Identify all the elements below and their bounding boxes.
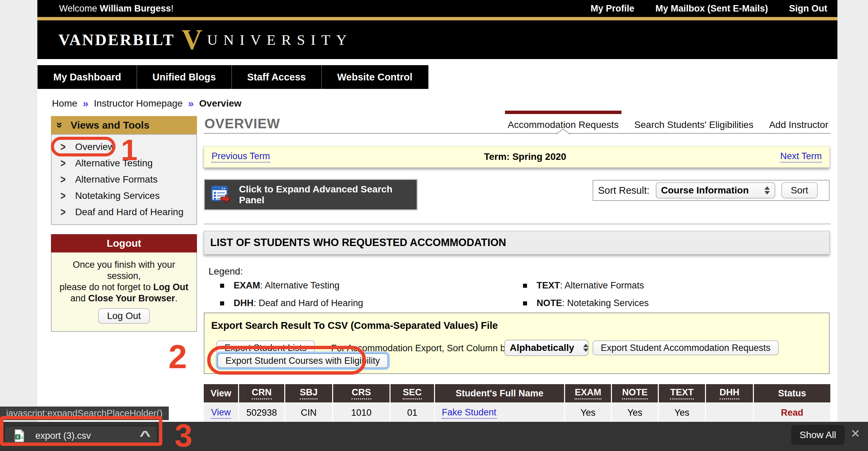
cell-note: Yes bbox=[612, 402, 659, 422]
sort-result-select[interactable]: Course Information bbox=[656, 182, 775, 199]
sidebar-item-label: Deaf and Hard of Hearing bbox=[75, 207, 183, 218]
export-panel-title: Export Search Result To CSV (Comma-Separ… bbox=[211, 320, 498, 331]
expand-advanced-search-label: Click to Expand Advanced Search Panel bbox=[239, 184, 417, 206]
legend-sep: : bbox=[260, 280, 265, 290]
site-page: Welcome William Burgess! My Profile My M… bbox=[37, 0, 837, 451]
sort-result-selected-value: Course Information bbox=[661, 185, 756, 196]
show-all-downloads-button[interactable]: Show All bbox=[791, 425, 845, 445]
cell-text: Yes bbox=[659, 402, 706, 422]
logout-text-line1: Once you finish with your session, bbox=[73, 260, 175, 281]
active-tab-indicator bbox=[505, 111, 621, 114]
table-header-row: View CRN SBJ CRS SEC Student's Full Name… bbox=[204, 384, 830, 402]
view-link[interactable]: View bbox=[211, 407, 231, 419]
legend-sep: : bbox=[562, 298, 567, 308]
tab-accommodation-requests[interactable]: Accommodation Requests bbox=[508, 119, 619, 130]
logout-body: Once you finish with your session, pleas… bbox=[51, 252, 197, 332]
legend-bullet-icon bbox=[220, 284, 224, 288]
annotation-circle-1 bbox=[51, 137, 115, 156]
cell-exam: Yes bbox=[565, 402, 612, 422]
logout-text-period: . bbox=[175, 293, 178, 303]
logout-text-line3: and bbox=[70, 293, 88, 303]
legend-item-note: NOTE: Notetaking Services bbox=[523, 298, 649, 308]
legend-desc: Notetaking Services bbox=[567, 298, 649, 308]
welcome-suffix: ! bbox=[171, 3, 174, 14]
sidebar: » Views and Tools > Overview > Alternati… bbox=[51, 116, 197, 225]
legend-desc: Deaf and Hard of Hearing bbox=[259, 298, 363, 308]
brand-wordmark-left: VANDERBILT bbox=[58, 31, 175, 49]
close-shelf-icon[interactable]: × bbox=[851, 426, 860, 441]
chevron-right-icon: > bbox=[60, 206, 66, 219]
browser-viewport: Welcome William Burgess! My Profile My M… bbox=[0, 0, 868, 451]
welcome-prefix: Welcome bbox=[59, 3, 100, 14]
cell-crs: 1010 bbox=[333, 402, 391, 422]
next-term-link[interactable]: Next Term bbox=[780, 151, 822, 163]
chevron-right-icon: > bbox=[60, 157, 66, 170]
col-header-crs: CRS bbox=[333, 384, 391, 402]
col-header-sec: SEC bbox=[391, 384, 435, 402]
cell-sec: 01 bbox=[391, 402, 435, 422]
nav-item-my-dashboard[interactable]: My Dashboard bbox=[37, 65, 137, 89]
logout-header: Logout bbox=[51, 234, 197, 252]
col-header-view: View bbox=[204, 384, 239, 402]
previous-term-link[interactable]: Previous Term bbox=[212, 151, 270, 163]
breadcrumb-instructor-homepage[interactable]: Instructor Homepage bbox=[94, 98, 182, 109]
expand-advanced-search-button[interactable]: Click to Expand Advanced Search Panel bbox=[204, 179, 418, 210]
col-header-dhh: DHH bbox=[706, 384, 754, 402]
select-stepper-icon bbox=[583, 344, 589, 352]
term-bar: Previous Term Term: Spring 2020 Next Ter… bbox=[204, 146, 830, 168]
legend-term: TEXT bbox=[537, 280, 560, 290]
sidebar-item-label: Notetaking Services bbox=[75, 190, 160, 201]
logout-box: Logout Once you finish with your session… bbox=[51, 234, 197, 332]
cell-view: View bbox=[204, 402, 239, 422]
collapse-chevrons-icon: » bbox=[54, 122, 66, 128]
legend-term: DHH bbox=[234, 298, 254, 308]
sidebar-item-label: Alternative Testing bbox=[75, 158, 152, 169]
log-out-button[interactable]: Log Out bbox=[98, 308, 150, 324]
breadcrumb-separator-icon: » bbox=[188, 98, 194, 109]
sort-result-box: Sort Result: Course Information Sort bbox=[593, 180, 830, 201]
sidebar-item-deaf-hard-of-hearing[interactable]: > Deaf and Hard of Hearing bbox=[52, 204, 196, 220]
logout-text-bold1: Log Out bbox=[153, 282, 188, 292]
tab-add-instructor[interactable]: Add Instructor bbox=[769, 119, 828, 130]
chevron-right-icon: > bbox=[60, 189, 66, 203]
breadcrumb-home[interactable]: Home bbox=[52, 98, 77, 109]
sidebar-item-notetaking-services[interactable]: > Notetaking Services bbox=[52, 188, 196, 204]
sort-button[interactable]: Sort bbox=[781, 182, 818, 199]
legend-desc: Alternative Formats bbox=[565, 280, 644, 290]
sidebar-header-label: Views and Tools bbox=[71, 119, 149, 131]
col-header-sbj: SBJ bbox=[285, 384, 333, 402]
legend-term: EXAM bbox=[234, 280, 260, 290]
export-sort-select[interactable]: Alphabetically bbox=[504, 340, 589, 356]
section-divider-line bbox=[204, 224, 830, 224]
legend-item-exam: EXAM: Alternative Testing bbox=[220, 280, 340, 291]
export-accommodation-requests-button[interactable]: Export Student Accommodation Requests bbox=[593, 340, 779, 355]
sidebar-header[interactable]: » Views and Tools bbox=[51, 116, 197, 134]
col-header-note: NOTE bbox=[612, 384, 659, 402]
sidebar-item-label: Alternative Formats bbox=[75, 174, 158, 185]
annotation-number-3: 3 bbox=[175, 419, 193, 451]
legend-bullet-icon bbox=[220, 301, 224, 305]
col-header-crn: CRN bbox=[239, 384, 285, 402]
legend-item-dhh: DHH: Deaf and Hard of Hearing bbox=[220, 298, 363, 308]
sidebar-item-alternative-formats[interactable]: > Alternative Formats bbox=[52, 171, 196, 188]
cell-sbj: CIN bbox=[285, 402, 333, 422]
cell-student-name: Fake Student bbox=[435, 402, 565, 422]
students-list-header: LIST OF STUDENTS WHO REQUESTED ACCOMMODA… bbox=[204, 231, 830, 255]
advanced-search-icon bbox=[211, 185, 232, 204]
breadcrumb-separator-icon: » bbox=[83, 98, 89, 109]
export-sort-selected-value: Alphabetically bbox=[510, 342, 574, 353]
tab-separator-line bbox=[204, 133, 830, 134]
col-header-exam: EXAM bbox=[565, 384, 612, 402]
tab-search-students-eligibilities[interactable]: Search Students' Eligibilities bbox=[634, 119, 754, 130]
legend-bullet-icon bbox=[523, 284, 527, 288]
annotation-circle-3 bbox=[0, 416, 162, 446]
chevron-right-icon: > bbox=[60, 173, 66, 186]
table-row: View 502938 CIN 1010 01 Fake Student Yes… bbox=[204, 402, 830, 422]
user-name: William Burgess bbox=[100, 3, 171, 14]
logout-text-line2: please do not forget to bbox=[59, 282, 153, 292]
logout-text-bold2: Close Your Browser bbox=[88, 293, 175, 303]
cell-status: Read bbox=[754, 402, 830, 422]
main-content: OVERVIEW Accommodation Requests Search S… bbox=[204, 0, 830, 451]
legend-bullet-icon bbox=[523, 301, 527, 305]
student-name-link[interactable]: Fake Student bbox=[442, 407, 496, 419]
